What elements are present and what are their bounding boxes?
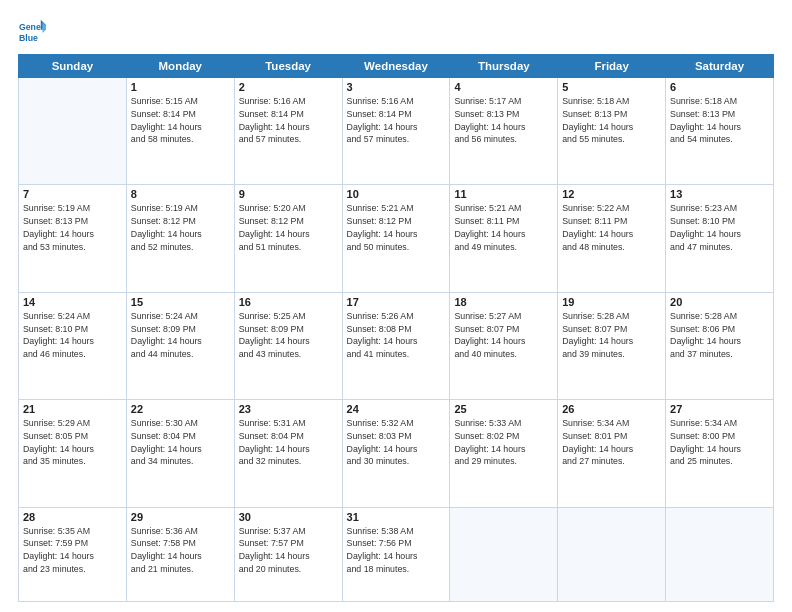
calendar-cell-10: 10Sunrise: 5:21 AMSunset: 8:12 PMDayligh… (342, 185, 450, 292)
dow-header-thursday: Thursday (450, 55, 558, 78)
day-number: 26 (562, 403, 661, 415)
sunset-line: Sunset: 8:09 PM (131, 323, 230, 336)
daylight2-line: and 47 minutes. (670, 241, 769, 254)
daylight-line: Daylight: 14 hours (239, 228, 338, 241)
daylight-line: Daylight: 14 hours (670, 335, 769, 348)
daylight-line: Daylight: 14 hours (347, 550, 446, 563)
sunset-line: Sunset: 8:11 PM (562, 215, 661, 228)
sunrise-line: Sunrise: 5:19 AM (23, 202, 122, 215)
sunrise-line: Sunrise: 5:24 AM (23, 310, 122, 323)
sunrise-line: Sunrise: 5:17 AM (454, 95, 553, 108)
calendar-cell-empty (19, 78, 127, 185)
calendar-cell-29: 29Sunrise: 5:36 AMSunset: 7:58 PMDayligh… (126, 507, 234, 601)
sunset-line: Sunset: 8:14 PM (347, 108, 446, 121)
daylight-line: Daylight: 14 hours (239, 121, 338, 134)
daylight2-line: and 20 minutes. (239, 563, 338, 576)
dow-header-tuesday: Tuesday (234, 55, 342, 78)
daylight2-line: and 41 minutes. (347, 348, 446, 361)
sunset-line: Sunset: 7:59 PM (23, 537, 122, 550)
sunrise-line: Sunrise: 5:19 AM (131, 202, 230, 215)
day-number: 2 (239, 81, 338, 93)
sunset-line: Sunset: 8:06 PM (670, 323, 769, 336)
sunrise-line: Sunrise: 5:16 AM (347, 95, 446, 108)
calendar-cell-30: 30Sunrise: 5:37 AMSunset: 7:57 PMDayligh… (234, 507, 342, 601)
sunset-line: Sunset: 8:09 PM (239, 323, 338, 336)
sunrise-line: Sunrise: 5:15 AM (131, 95, 230, 108)
calendar-cell-31: 31Sunrise: 5:38 AMSunset: 7:56 PMDayligh… (342, 507, 450, 601)
daylight-line: Daylight: 14 hours (239, 550, 338, 563)
sunset-line: Sunset: 8:08 PM (347, 323, 446, 336)
daylight2-line: and 58 minutes. (131, 133, 230, 146)
calendar-body: 1Sunrise: 5:15 AMSunset: 8:14 PMDaylight… (19, 78, 774, 602)
daylight-line: Daylight: 14 hours (562, 443, 661, 456)
calendar-cell-12: 12Sunrise: 5:22 AMSunset: 8:11 PMDayligh… (558, 185, 666, 292)
daylight-line: Daylight: 14 hours (131, 335, 230, 348)
daylight-line: Daylight: 14 hours (670, 228, 769, 241)
sunset-line: Sunset: 8:04 PM (131, 430, 230, 443)
sunrise-line: Sunrise: 5:28 AM (670, 310, 769, 323)
sunrise-line: Sunrise: 5:29 AM (23, 417, 122, 430)
calendar-cell-23: 23Sunrise: 5:31 AMSunset: 8:04 PMDayligh… (234, 400, 342, 507)
daylight2-line: and 56 minutes. (454, 133, 553, 146)
sunrise-line: Sunrise: 5:37 AM (239, 525, 338, 538)
calendar-cell-13: 13Sunrise: 5:23 AMSunset: 8:10 PMDayligh… (666, 185, 774, 292)
daylight2-line: and 50 minutes. (347, 241, 446, 254)
calendar-cell-21: 21Sunrise: 5:29 AMSunset: 8:05 PMDayligh… (19, 400, 127, 507)
sunset-line: Sunset: 7:58 PM (131, 537, 230, 550)
sunset-line: Sunset: 7:56 PM (347, 537, 446, 550)
calendar-cell-3: 3Sunrise: 5:16 AMSunset: 8:14 PMDaylight… (342, 78, 450, 185)
sunrise-line: Sunrise: 5:36 AM (131, 525, 230, 538)
calendar-cell-7: 7Sunrise: 5:19 AMSunset: 8:13 PMDaylight… (19, 185, 127, 292)
calendar-cell-16: 16Sunrise: 5:25 AMSunset: 8:09 PMDayligh… (234, 292, 342, 399)
day-number: 7 (23, 188, 122, 200)
day-number: 14 (23, 296, 122, 308)
sunrise-line: Sunrise: 5:18 AM (562, 95, 661, 108)
calendar-cell-9: 9Sunrise: 5:20 AMSunset: 8:12 PMDaylight… (234, 185, 342, 292)
daylight2-line: and 39 minutes. (562, 348, 661, 361)
sunset-line: Sunset: 8:01 PM (562, 430, 661, 443)
day-number: 4 (454, 81, 553, 93)
day-number: 31 (347, 511, 446, 523)
day-number: 30 (239, 511, 338, 523)
sunrise-line: Sunrise: 5:34 AM (562, 417, 661, 430)
sunset-line: Sunset: 8:10 PM (23, 323, 122, 336)
calendar-cell-24: 24Sunrise: 5:32 AMSunset: 8:03 PMDayligh… (342, 400, 450, 507)
sunset-line: Sunset: 8:12 PM (239, 215, 338, 228)
week-row-2: 7Sunrise: 5:19 AMSunset: 8:13 PMDaylight… (19, 185, 774, 292)
sunset-line: Sunset: 8:00 PM (670, 430, 769, 443)
calendar-cell-19: 19Sunrise: 5:28 AMSunset: 8:07 PMDayligh… (558, 292, 666, 399)
dow-header-sunday: Sunday (19, 55, 127, 78)
daylight2-line: and 23 minutes. (23, 563, 122, 576)
daylight-line: Daylight: 14 hours (23, 335, 122, 348)
daylight-line: Daylight: 14 hours (347, 443, 446, 456)
daylight-line: Daylight: 14 hours (454, 121, 553, 134)
day-number: 9 (239, 188, 338, 200)
daylight2-line: and 40 minutes. (454, 348, 553, 361)
sunrise-line: Sunrise: 5:22 AM (562, 202, 661, 215)
sunrise-line: Sunrise: 5:33 AM (454, 417, 553, 430)
daylight2-line: and 53 minutes. (23, 241, 122, 254)
sunrise-line: Sunrise: 5:23 AM (670, 202, 769, 215)
sunset-line: Sunset: 8:14 PM (239, 108, 338, 121)
daylight-line: Daylight: 14 hours (670, 121, 769, 134)
day-number: 15 (131, 296, 230, 308)
week-row-4: 21Sunrise: 5:29 AMSunset: 8:05 PMDayligh… (19, 400, 774, 507)
daylight2-line: and 32 minutes. (239, 455, 338, 468)
day-number: 17 (347, 296, 446, 308)
day-number: 28 (23, 511, 122, 523)
day-number: 27 (670, 403, 769, 415)
calendar-cell-empty (558, 507, 666, 601)
logo-icon: General Blue (18, 18, 46, 46)
sunrise-line: Sunrise: 5:38 AM (347, 525, 446, 538)
page: General Blue SundayMondayTuesdayWednesda… (0, 0, 792, 612)
daylight-line: Daylight: 14 hours (131, 550, 230, 563)
daylight-line: Daylight: 14 hours (562, 121, 661, 134)
daylight2-line: and 25 minutes. (670, 455, 769, 468)
calendar-cell-empty (666, 507, 774, 601)
daylight-line: Daylight: 14 hours (23, 550, 122, 563)
calendar-cell-17: 17Sunrise: 5:26 AMSunset: 8:08 PMDayligh… (342, 292, 450, 399)
daylight2-line: and 51 minutes. (239, 241, 338, 254)
daylight2-line: and 49 minutes. (454, 241, 553, 254)
daylight2-line: and 43 minutes. (239, 348, 338, 361)
day-number: 24 (347, 403, 446, 415)
